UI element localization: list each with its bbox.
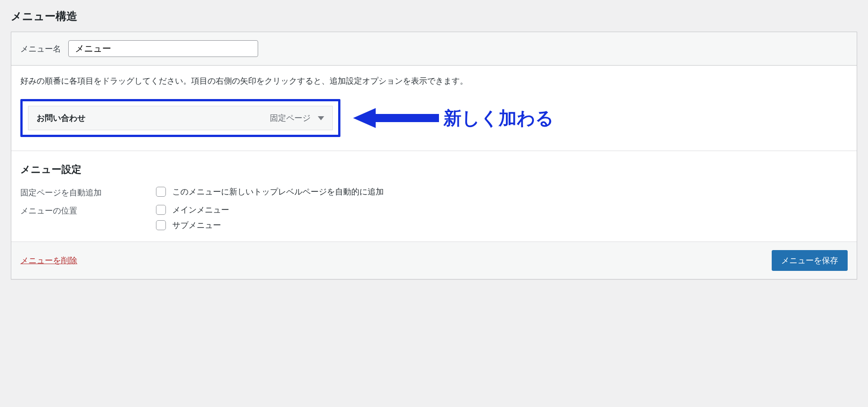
auto-add-checkbox-row[interactable]: このメニューに新しいトップレベルページを自動的に追加 (156, 186, 384, 197)
menu-structure-panel: メニュー名 好みの順番に各項目をドラッグしてください。項目の右側の矢印をクリック… (11, 32, 857, 279)
location-label: メニューの位置 (20, 204, 156, 216)
menu-item[interactable]: お問い合わせ 固定ページ (28, 106, 333, 130)
settings-row-auto-add: 固定ページを自動追加 このメニューに新しいトップレベルページを自動的に追加 (20, 186, 848, 198)
auto-add-label: 固定ページを自動追加 (20, 186, 156, 198)
checkbox-icon[interactable] (156, 187, 166, 197)
menu-settings-title: メニュー設定 (20, 163, 848, 176)
annotation-text: 新しく加わる (443, 106, 554, 131)
location-option-sub-label: サブメニュー (172, 220, 221, 231)
menu-item-type-group: 固定ページ (270, 113, 324, 123)
panel-header: メニュー名 (11, 32, 857, 66)
settings-row-location: メニューの位置 メインメニュー サブメニュー (20, 204, 848, 231)
menu-item-title: お問い合わせ (37, 113, 85, 123)
panel-body: 好みの順番に各項目をドラッグしてください。項目の右側の矢印をクリックすると、追加… (11, 66, 857, 241)
location-option-main[interactable]: メインメニュー (156, 204, 229, 215)
checkbox-icon[interactable] (156, 205, 166, 215)
arrow-left-icon (353, 107, 439, 129)
menu-name-input[interactable] (68, 40, 258, 57)
section-title: メニュー構造 (11, 9, 857, 24)
location-option-sub[interactable]: サブメニュー (156, 220, 229, 231)
annotation-highlight-box: お問い合わせ 固定ページ (20, 99, 340, 137)
svg-marker-0 (353, 108, 439, 128)
panel-footer: メニューを削除 メニューを保存 (11, 241, 857, 279)
save-menu-button[interactable]: メニューを保存 (772, 250, 848, 271)
divider (11, 151, 857, 151)
location-option-main-label: メインメニュー (172, 204, 229, 215)
menu-item-type-label: 固定ページ (270, 113, 311, 123)
auto-add-option-label: このメニューに新しいトップレベルページを自動的に追加 (172, 186, 384, 197)
menu-name-label: メニュー名 (20, 43, 61, 54)
auto-add-options: このメニューに新しいトップレベルページを自動的に追加 (156, 186, 384, 197)
delete-menu-link[interactable]: メニューを削除 (20, 255, 77, 266)
checkbox-icon[interactable] (156, 220, 166, 230)
annotation-arrow-group: 新しく加わる (353, 106, 554, 131)
location-options: メインメニュー サブメニュー (156, 204, 229, 231)
chevron-down-icon[interactable] (318, 116, 324, 120)
menu-item-row: お問い合わせ 固定ページ 新しく加わる (20, 99, 848, 137)
drag-instructions: 好みの順番に各項目をドラッグしてください。項目の右側の矢印をクリックすると、追加… (20, 76, 848, 86)
